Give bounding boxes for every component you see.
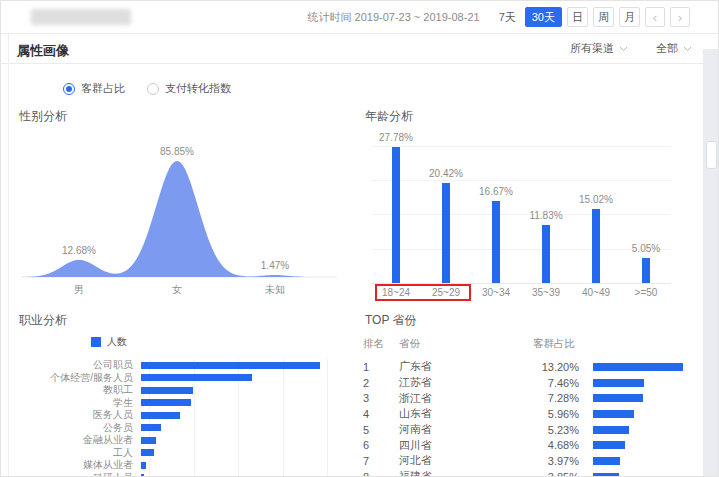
provinces-table-header: 排名 省份 客群占比 xyxy=(363,335,702,353)
province-row: 3浙江省7.28% xyxy=(363,390,702,406)
age-bar-group: 20.42%25~29 xyxy=(421,131,471,303)
province-share: 5.23% xyxy=(533,424,587,436)
province-rank: 5 xyxy=(363,424,399,436)
occupation-bar xyxy=(141,424,161,431)
scrollbar-thumb[interactable] xyxy=(706,141,717,169)
province-rank: 2 xyxy=(363,377,399,389)
range-30d-button[interactable]: 30天 xyxy=(525,7,562,27)
age-bar-group: 16.67%30~34 xyxy=(471,131,521,303)
radio-payment-conversion-label: 支付转化指数 xyxy=(165,81,231,96)
occupation-legend-label: 人数 xyxy=(107,335,127,349)
province-bar-wrap xyxy=(587,473,702,477)
province-row: 1广东省13.20% xyxy=(363,359,702,375)
filter-bar: 所有渠道 全部 xyxy=(570,41,692,56)
age-highlight-box xyxy=(375,284,471,301)
province-share: 5.96% xyxy=(533,408,587,420)
occupation-bar xyxy=(141,362,320,369)
redacted-page-title xyxy=(31,9,131,25)
gender-value-label: 12.68% xyxy=(49,245,109,256)
province-bar-wrap xyxy=(587,363,702,371)
page-title: 属性画像 xyxy=(17,42,69,60)
province-bar-wrap xyxy=(587,441,702,449)
occupation-bar-row: 医务人员 xyxy=(17,409,341,422)
occupation-bar-row: 媒体从业者 xyxy=(17,459,341,472)
province-share: 7.28% xyxy=(533,392,587,404)
province-bar xyxy=(593,473,619,477)
age-value-label: 16.67% xyxy=(466,186,526,197)
age-value-label: 27.78% xyxy=(366,132,426,143)
legend-swatch-icon xyxy=(91,337,101,347)
age-bar xyxy=(592,209,600,283)
age-bar-chart: 27.78%18~2420.42%25~2916.67%30~3411.83%3… xyxy=(371,131,671,303)
occupation-bar-row: 个体经营/服务人员 xyxy=(17,372,341,385)
gender-analysis-section: 性别分析 男12.68%女85.85%未知1.47% xyxy=(17,108,349,303)
age-value-label: 20.42% xyxy=(416,168,476,179)
occupation-bar xyxy=(141,462,146,469)
age-value-label: 5.05% xyxy=(616,243,676,254)
col-share: 客群占比 xyxy=(533,337,587,351)
occupation-legend: 人数 xyxy=(91,335,349,349)
age-bar-group: 11.83%35~39 xyxy=(521,131,571,303)
province-rank: 7 xyxy=(363,455,399,467)
age-value-label: 15.02% xyxy=(566,194,626,205)
provinces-table: 排名 省份 客群占比 1广东省13.20%2江苏省7.46%3浙江省7.28%4… xyxy=(363,335,702,477)
province-row: 4山东省5.96% xyxy=(363,406,702,422)
province-rank: 1 xyxy=(363,361,399,373)
province-row: 8福建省3.85% xyxy=(363,469,702,477)
gender-chart-title: 性别分析 xyxy=(19,108,349,125)
province-name: 江苏省 xyxy=(399,375,533,390)
radio-customer-share[interactable]: 客群占比 xyxy=(63,81,125,96)
subheader: 属性画像 所有渠道 全部 xyxy=(1,34,718,64)
channel-filter-label: 所有渠道 xyxy=(570,41,614,56)
province-share: 7.46% xyxy=(533,377,587,389)
unit-week-button[interactable]: 周 xyxy=(593,7,614,27)
analytics-dashboard: 统计时间 2019-07-23 ~ 2019-08-21 7天 30天 日 周 … xyxy=(0,0,719,477)
province-bar xyxy=(593,379,644,387)
age-category-label: 30~34 xyxy=(471,287,521,298)
province-bar xyxy=(593,410,634,418)
age-category-label: 40~49 xyxy=(571,287,621,298)
age-value-label: 11.83% xyxy=(516,210,576,221)
age-bar-group: 15.02%40~49 xyxy=(571,131,621,303)
radio-payment-conversion[interactable]: 支付转化指数 xyxy=(147,81,231,96)
prev-period-icon[interactable]: ‹ xyxy=(645,7,665,27)
province-bar xyxy=(593,441,625,449)
province-share: 3.85% xyxy=(533,471,587,477)
province-name: 四川省 xyxy=(399,438,533,453)
unit-month-button[interactable]: 月 xyxy=(619,7,640,27)
occupation-bar xyxy=(141,399,191,406)
gender-value-label: 1.47% xyxy=(245,260,305,271)
topbar: 统计时间 2019-07-23 ~ 2019-08-21 7天 30天 日 周 … xyxy=(1,1,718,34)
occupation-bar-row: 教职工 xyxy=(17,384,341,397)
scope-filter-dropdown[interactable]: 全部 xyxy=(656,41,692,56)
channel-filter-dropdown[interactable]: 所有渠道 xyxy=(570,41,628,56)
occupation-bar-row: 金融从业者 xyxy=(17,434,341,447)
occupation-bar-row: 科研人员 xyxy=(17,472,341,477)
gender-category-label: 男 xyxy=(54,283,104,297)
scrollbar-track[interactable] xyxy=(703,49,718,476)
province-rank: 3 xyxy=(363,392,399,404)
province-name: 山东省 xyxy=(399,406,533,421)
province-bar xyxy=(593,394,643,402)
radio-customer-share-label: 客群占比 xyxy=(81,81,125,96)
age-category-label: 35~39 xyxy=(521,287,571,298)
top-provinces-section: TOP 省份 排名 省份 客群占比 1广东省13.20%2江苏省7.46%3浙江… xyxy=(363,312,702,477)
age-bar xyxy=(442,183,450,283)
age-bar xyxy=(492,201,500,283)
occupation-category-label: 科研人员 xyxy=(17,471,141,477)
province-bar xyxy=(593,363,683,371)
range-7d-button[interactable]: 7天 xyxy=(495,7,520,27)
radio-selected-icon xyxy=(63,83,75,95)
province-rank: 4 xyxy=(363,408,399,420)
gender-category-label: 女 xyxy=(152,283,202,297)
province-bar-wrap xyxy=(587,426,702,434)
occupation-bar-row: 学生 xyxy=(17,397,341,410)
occupation-bar xyxy=(141,374,252,381)
age-category-label: >=50 xyxy=(621,287,671,298)
province-bar-wrap xyxy=(587,457,702,465)
age-bar-group: 5.05%>=50 xyxy=(621,131,671,303)
province-name: 河南省 xyxy=(399,422,533,437)
unit-day-button[interactable]: 日 xyxy=(567,7,588,27)
next-period-icon[interactable]: › xyxy=(670,7,690,27)
province-bar-wrap xyxy=(587,379,702,387)
